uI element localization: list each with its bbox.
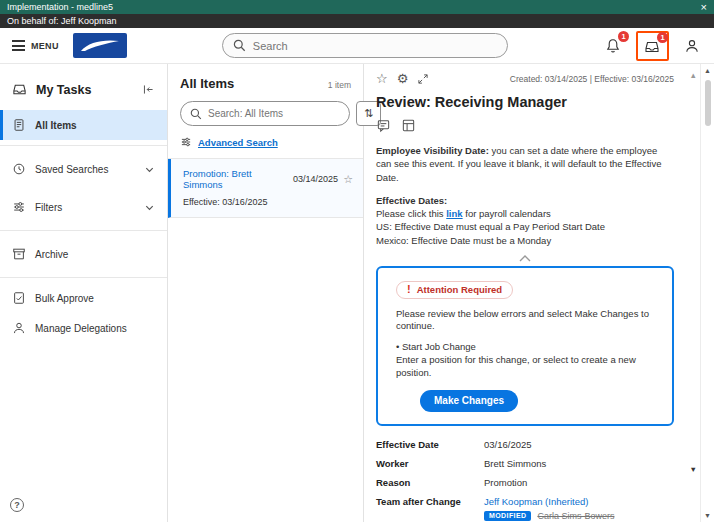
favorite-star-icon[interactable]: ☆ <box>376 72 388 85</box>
menu-button[interactable]: MENU <box>12 40 59 51</box>
main-content: My Tasks All Items Saved Searches <box>0 64 714 522</box>
list-search-row: ⇅ <box>168 101 363 134</box>
annotation-highlight-box: 1 <box>636 31 669 61</box>
error-title: • Start Job Change <box>396 341 654 354</box>
effective-dates-block: Effective Dates: Please click this link … <box>376 194 674 247</box>
sidebar-item-manage-delegations[interactable]: Manage Delegations <box>0 313 167 343</box>
advanced-search-sliders-icon <box>180 136 192 148</box>
list-search-input[interactable] <box>208 108 340 119</box>
previous-value-strikethrough: Carla Sims-Bowers <box>537 511 614 521</box>
expand-icon[interactable] <box>417 73 429 85</box>
sidebar-item-label: All Items <box>35 120 77 131</box>
document-icon <box>12 118 26 132</box>
error-detail: Enter a position for this change, or sel… <box>396 354 654 380</box>
list-item-date: 03/14/2025 <box>293 174 338 184</box>
attention-required-badge: ! Attention Required <box>396 281 513 299</box>
worker-link[interactable]: Brett Simmons <box>484 458 546 469</box>
notifications-button[interactable]: 1 <box>603 36 623 56</box>
page-scrollbar[interactable]: ▲ ▼ <box>700 64 714 522</box>
scroll-down-icon[interactable]: ▼ <box>690 465 697 474</box>
visibility-label: Employee Visibility Date: <box>376 145 489 156</box>
sidebar-item-saved-searches[interactable]: Saved Searches <box>0 154 167 184</box>
sidebar-item-label: Filters <box>35 202 62 213</box>
field-label: Reason <box>376 477 484 488</box>
global-search[interactable] <box>222 33 508 58</box>
detail-title: Review: Receiving Manager <box>376 94 674 110</box>
person-icon <box>12 321 26 335</box>
scrollbar-thumb[interactable] <box>705 80 711 126</box>
my-tasks-badge: 1 <box>657 32 668 43</box>
attention-badge-label: Attention Required <box>417 284 503 295</box>
sidebar-title: My Tasks <box>36 83 133 97</box>
search-zone <box>135 33 595 58</box>
list-item-effective: Effective: 03/16/2025 <box>183 197 353 207</box>
sidebar-item-filters[interactable]: Filters <box>0 192 167 222</box>
close-icon[interactable]: × <box>701 2 707 13</box>
list-item-title: Promotion: Brett Simmons <box>183 168 288 190</box>
my-tasks-tray-icon <box>12 82 27 97</box>
modified-badge: MODIFIED <box>484 511 531 521</box>
chevron-down-icon <box>144 202 155 213</box>
archive-box-icon <box>12 247 26 261</box>
window-title: Implementation - medline5 <box>7 2 113 12</box>
visibility-paragraph: Employee Visibility Date: you can set a … <box>376 144 674 184</box>
exclamation-icon: ! <box>407 284 411 295</box>
field-row-team-after-change: Team after Change Jeff Koopman (Inherite… <box>376 496 674 521</box>
help-button[interactable]: ? <box>10 498 24 512</box>
sidebar-item-bulk-approve[interactable]: Bulk Approve <box>0 283 167 313</box>
detail-toolbar: ☆ ⚙ Created: 03/14/2025 | Effective: 03/… <box>376 72 674 85</box>
hamburger-icon <box>12 40 25 51</box>
process-history-icon[interactable] <box>401 118 416 133</box>
mexico-rule-line: Mexico: Effective Date must be a Monday <box>376 234 674 247</box>
item-count: 1 item <box>328 80 351 90</box>
detail-vertical-scrollbar[interactable]: ▲ ▼ <box>690 71 697 474</box>
payroll-calendar-link[interactable]: link <box>446 208 462 219</box>
field-label: Team after Change <box>376 496 484 507</box>
sidebar-item-all-items[interactable]: All Items <box>0 110 167 140</box>
scroll-up-icon[interactable]: ▲ <box>704 67 711 74</box>
sidebar-item-archive[interactable]: Archive <box>0 239 167 269</box>
header-icons: 1 1 <box>603 31 702 61</box>
payroll-suffix: for payroll calendars <box>463 208 551 219</box>
scroll-down-icon[interactable]: ▼ <box>704 512 711 519</box>
field-row-worker: Worker Brett Simmons <box>376 458 674 469</box>
list-item-promotion[interactable]: Promotion: Brett Simmons 03/14/2025 ☆ Ef… <box>168 159 363 218</box>
collapse-sidebar-icon[interactable] <box>142 83 155 96</box>
sidebar-item-label: Manage Delegations <box>35 323 127 334</box>
list-search-box[interactable] <box>180 101 350 126</box>
team-after-change-link[interactable]: Jeff Koopman (Inherited) <box>484 496 588 507</box>
payroll-line: Please click this link for payroll calen… <box>376 207 674 220</box>
sidebar-header: My Tasks <box>0 74 167 110</box>
collapse-section-icon[interactable] <box>376 254 674 263</box>
modified-row: MODIFIED Carla Sims-Bowers <box>484 511 614 521</box>
comments-icon[interactable] <box>376 118 391 133</box>
field-value: 03/16/2025 <box>484 439 532 450</box>
created-effective-meta: Created: 03/14/2025 | Effective: 03/16/2… <box>510 74 674 84</box>
app-header: MENU 1 1 <box>0 28 714 64</box>
my-tasks-button[interactable]: 1 <box>642 37 662 57</box>
advanced-search-link[interactable]: Advanced Search <box>198 137 278 148</box>
item-star-icon[interactable]: ☆ <box>343 174 353 185</box>
search-icon <box>233 39 246 52</box>
divider <box>0 145 167 146</box>
payroll-prefix: Please click this <box>376 208 446 219</box>
global-search-input[interactable] <box>253 40 497 52</box>
all-items-panel: All Items 1 item ⇅ Advanced Search <box>168 64 364 522</box>
field-row-effective-date: Effective Date 03/16/2025 <box>376 439 674 450</box>
filters-sliders-icon <box>12 200 26 214</box>
effective-dates-heading: Effective Dates: <box>376 194 674 207</box>
scroll-up-icon[interactable]: ▲ <box>690 71 697 80</box>
detail-panel: ☆ ⚙ Created: 03/14/2025 | Effective: 03/… <box>364 64 700 522</box>
gear-icon[interactable]: ⚙ <box>397 72 409 85</box>
field-row-reason: Reason Promotion <box>376 477 674 488</box>
make-changes-button[interactable]: Make Changes <box>420 390 518 412</box>
notifications-badge: 1 <box>618 31 629 42</box>
implementation-title-bar: Implementation - medline5 × <box>0 0 714 14</box>
help-icon: ? <box>14 500 20 510</box>
sidebar-item-label: Bulk Approve <box>35 293 94 304</box>
profile-button[interactable] <box>682 36 702 56</box>
search-icon <box>190 108 202 120</box>
person-icon <box>684 38 700 54</box>
company-logo[interactable] <box>73 33 127 58</box>
field-label: Worker <box>376 458 484 469</box>
